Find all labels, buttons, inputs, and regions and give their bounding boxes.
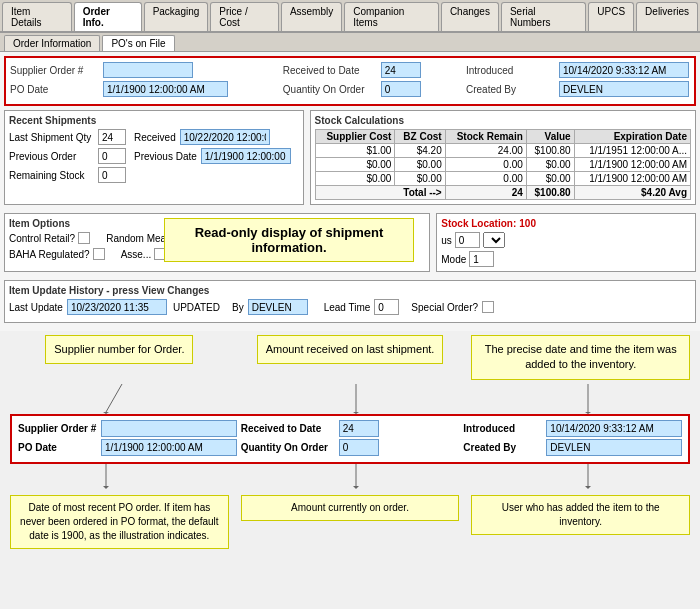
last-shipment-input[interactable] (98, 129, 126, 145)
tab-assembly[interactable]: Assembly (281, 2, 342, 31)
stock-location-label: Stock Location: (441, 218, 516, 229)
annotation-box-1: Supplier number for Order. (45, 335, 193, 364)
qty-on-order-input[interactable] (381, 81, 421, 97)
col-stock-remain: Stock Remain (445, 130, 526, 144)
bottom-received-input[interactable] (339, 420, 379, 437)
bottom-introduced-input[interactable] (546, 420, 682, 437)
bottom-po-date-input[interactable] (101, 439, 237, 456)
tab-deliveries[interactable]: Deliveries (636, 2, 698, 31)
cell-supplier-cost: $0.00 (315, 172, 395, 186)
tab-companion-items[interactable]: Companion Items (344, 2, 439, 31)
status-dropdown[interactable] (483, 232, 505, 248)
svg-marker-9 (353, 486, 359, 489)
options-row: Item Options Control Retail? Random Meas… (4, 213, 696, 276)
item-update-title: Item Update History - press View Changes (9, 285, 691, 296)
cell-stock-remain: 24.00 (445, 144, 526, 158)
tab-order-info[interactable]: Order Info. (74, 2, 142, 31)
introduced-pair: Introduced (466, 62, 690, 78)
bottom-received-to-date: Received to Date (241, 420, 460, 437)
mode-row: Mode (441, 251, 691, 267)
bottom-created-by-label: Created By (463, 442, 543, 453)
bottom-qty-input[interactable] (339, 439, 379, 456)
supplier-order-label: Supplier Order # (10, 65, 100, 76)
remaining-stock-input[interactable] (98, 167, 126, 183)
bottom-introduced: Introduced (463, 420, 682, 437)
baha-regulated-checkbox[interactable] (93, 248, 105, 260)
annotation-cell-1: Supplier number for Order. (10, 335, 229, 380)
cell-bz-cost: $0.00 (395, 158, 445, 172)
svg-marker-3 (353, 412, 359, 414)
cell-expiration: 1/1/1900 12:00:00 AM (574, 158, 690, 172)
previous-order-input[interactable] (98, 148, 126, 164)
control-retail-option: Control Retail? (9, 232, 90, 244)
asse-label: Asse... (121, 249, 152, 260)
qty-on-order-pair: Quantity On Order (283, 81, 462, 97)
status-row: us (441, 232, 691, 248)
status-input[interactable] (455, 232, 480, 248)
bottom-annotation-cell-1: Date of most recent PO order. If item ha… (10, 495, 229, 549)
remaining-stock-row: Remaining Stock (9, 167, 299, 183)
stock-table: Supplier Cost BZ Cost Stock Remain Value… (315, 129, 691, 200)
introduced-label: Introduced (466, 65, 556, 76)
arrows-container (6, 384, 694, 414)
received-to-date-pair: Received to Date (283, 62, 462, 78)
received-to-date-input[interactable] (381, 62, 421, 78)
bottom-supplier-input[interactable] (101, 420, 237, 437)
asse-option: Asse... (121, 248, 167, 260)
svg-line-0 (106, 384, 122, 412)
bottom-created-by-input[interactable] (546, 439, 682, 456)
special-order-label: Special Order? (411, 302, 478, 313)
special-order-checkbox[interactable] (482, 301, 494, 313)
cell-expiration: 1/1/1900 12:00:00 AM (574, 172, 690, 186)
bottom-po-date-label: PO Date (18, 442, 98, 453)
bottom-received-label: Received to Date (241, 423, 336, 434)
last-update-input[interactable] (67, 299, 167, 315)
tab-price-cost[interactable]: Price / Cost (210, 2, 279, 31)
bottom-annotation-cell-2: Amount currently on order. (241, 495, 460, 549)
po-date-input[interactable] (103, 81, 228, 97)
received-input[interactable] (180, 129, 270, 145)
bottom-form: Supplier Order # Received to Date Introd… (10, 414, 690, 464)
bottom-po-date: PO Date (18, 439, 237, 456)
received-label: Received (134, 132, 176, 143)
bottom-annotation-text-3: User who has added the item to the inven… (502, 502, 660, 527)
status-label: us (441, 235, 452, 246)
lead-time-input[interactable] (374, 299, 399, 315)
recent-shipments-section: Recent Shipments Last Shipment Qty Recei… (4, 110, 304, 205)
tab-item-details[interactable]: Item Details (2, 2, 72, 31)
item-update-section: Item Update History - press View Changes… (4, 280, 696, 323)
baha-regulated-label: BAHA Regulated? (9, 249, 90, 260)
annotation-cell-2: Amount received on last shipment. (241, 335, 460, 380)
annotation-box-3: The precise date and time the item was a… (471, 335, 690, 380)
sub-tab-order-information[interactable]: Order Information (4, 35, 100, 51)
mode-input[interactable] (469, 251, 494, 267)
tab-packaging[interactable]: Packaging (144, 2, 209, 31)
tab-changes[interactable]: Changes (441, 2, 499, 31)
supplier-order-input[interactable] (103, 62, 193, 78)
stock-location-section: Stock Location: 100 us Mode (436, 213, 696, 272)
cell-value: $0.00 (526, 158, 574, 172)
order-info-row2: PO Date Quantity On Order Created By (10, 81, 690, 97)
created-by-input[interactable] (559, 81, 689, 97)
last-shipment-row: Last Shipment Qty Received (9, 129, 299, 145)
bottom-annotation-box-2: Amount currently on order. (241, 495, 460, 521)
sub-tab-pos-on-file[interactable]: PO's on File (102, 35, 174, 51)
mode-label: Mode (441, 254, 466, 265)
bottom-annotation-cell-3: User who has added the item to the inven… (471, 495, 690, 549)
control-retail-checkbox[interactable] (78, 232, 90, 244)
recent-shipments-title: Recent Shipments (9, 115, 299, 126)
bottom-annotation-text-1: Date of most recent PO order. If item ha… (20, 502, 218, 541)
stock-calculations-title: Stock Calculations (315, 115, 691, 126)
stock-location-row: Stock Location: 100 (441, 218, 691, 229)
tab-upcs[interactable]: UPCS (588, 2, 634, 31)
total-stock: 24 (445, 186, 526, 200)
by-input[interactable] (248, 299, 308, 315)
previous-date-input[interactable] (201, 148, 291, 164)
by-label: By (232, 302, 244, 313)
annotation-cell-3: The precise date and time the item was a… (471, 335, 690, 380)
last-update-label: Last Update (9, 302, 63, 313)
introduced-input[interactable] (559, 62, 689, 78)
cell-supplier-cost: $1.00 (315, 144, 395, 158)
tab-serial-numbers[interactable]: Serial Numbers (501, 2, 586, 31)
order-info-row1: Supplier Order # Received to Date Introd… (10, 62, 690, 78)
